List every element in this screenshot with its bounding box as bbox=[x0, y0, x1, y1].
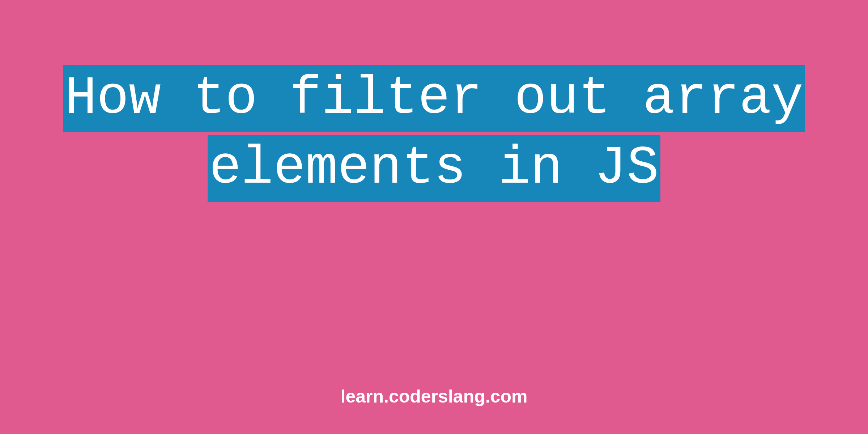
footer-url: learn.coderslang.com bbox=[0, 386, 868, 407]
title-line-1: How to filter out array bbox=[63, 65, 805, 132]
title-container: How to filter out array elements in JS bbox=[0, 65, 868, 202]
title-line-2: elements in JS bbox=[208, 135, 660, 202]
